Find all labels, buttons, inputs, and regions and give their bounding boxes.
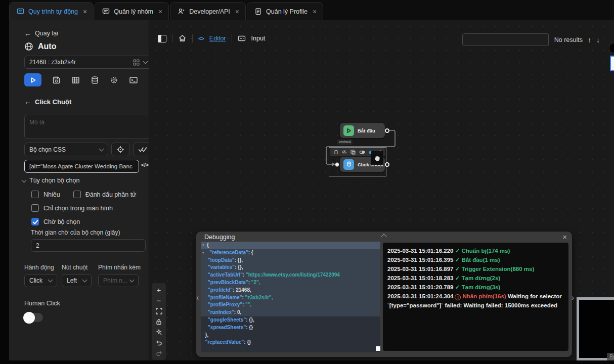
gear-icon[interactable]: [110, 76, 118, 84]
chevron-down-icon: [48, 278, 53, 283]
run-button[interactable]: [24, 73, 41, 86]
checkbox-item[interactable]: Chờ bộ chọn: [31, 218, 80, 225]
back-button[interactable]: ← Quay lại: [24, 29, 58, 37]
log-line: 2025-03-31 15:01:20.789 ✓ Tạm dừng(3s): [387, 283, 564, 292]
close-icon[interactable]: ×: [562, 233, 567, 241]
collapse-caret-icon[interactable]: ▾: [202, 249, 207, 257]
home-icon[interactable]: [178, 34, 187, 42]
pick-element-button[interactable]: [111, 143, 129, 156]
mouse-button-select[interactable]: Left: [62, 274, 92, 287]
json-line[interactable]: ▾ "referenceData": {: [201, 249, 380, 257]
debug-json-viewer[interactable]: ▾ { ▾ "referenceData": { "loopDa: [201, 242, 380, 352]
window-edge: [0, 0, 9, 364]
checkbox[interactable]: [31, 204, 39, 212]
checkbox-item[interactable]: Chỉ chọn trong màn hình: [31, 204, 113, 212]
zoom-in-icon[interactable]: +: [153, 285, 164, 294]
description-textarea[interactable]: [24, 115, 152, 139]
collapse-left-icon[interactable]: ‹: [196, 293, 199, 302]
profile-select[interactable]: 21468 : z3xb2s4r: [24, 56, 152, 69]
checkbox-item[interactable]: Nhiều: [31, 191, 60, 198]
json-line[interactable]: "loopData": {},: [201, 257, 380, 264]
tab-quan-ly-nhom[interactable]: Quản lý nhóm ×: [95, 2, 169, 20]
log-timestamp: 2025-03-31 15:01:18.283: [387, 275, 453, 281]
terminal-icon[interactable]: [129, 76, 138, 84]
block-back-button[interactable]: ← Click Chuột: [24, 98, 71, 106]
tab-close-icon[interactable]: ×: [82, 8, 88, 15]
click-node-output-port[interactable]: [385, 162, 389, 167]
search-box: [462, 33, 549, 46]
database-icon[interactable]: [91, 76, 99, 84]
multi-select-icon[interactable]: [153, 328, 164, 337]
log-timestamp: 2025-03-31 15:01:16.395: [387, 257, 453, 263]
checkbox-item[interactable]: Đánh dấu phần tử: [73, 191, 137, 198]
chevron-down-icon: [129, 278, 135, 283]
json-line[interactable]: "variables": {},: [201, 264, 380, 271]
json-line[interactable]: ▾ {: [201, 242, 380, 249]
enable-toggle-icon[interactable]: [359, 150, 365, 154]
fit-view-icon[interactable]: [153, 306, 164, 315]
selector-options-toggle[interactable]: Tùy chọn bộ chọn: [22, 177, 79, 184]
lock-icon[interactable]: [153, 317, 164, 326]
json-line[interactable]: "googleSheets": {},: [201, 316, 380, 324]
json-line[interactable]: "profileName": "z3xb2s4r",: [201, 294, 380, 302]
checkbox[interactable]: [31, 218, 39, 225]
zoom-out-icon[interactable]: −: [153, 296, 164, 305]
collapse-caret-icon[interactable]: ▾: [202, 242, 207, 249]
chevron-up-icon[interactable]: [381, 234, 386, 239]
tab-close-icon[interactable]: ×: [234, 8, 240, 15]
json-line[interactable]: "profileId": 21468,: [201, 287, 380, 294]
json-key: "spreadSheets": [202, 324, 246, 332]
minimap[interactable]: React Flow: [577, 297, 614, 360]
tab-close-icon[interactable]: ×: [157, 8, 163, 15]
log-timestamp: 2025-03-31 15:01:16.897: [387, 266, 453, 272]
tab-close-icon[interactable]: ×: [312, 8, 318, 15]
action-select[interactable]: Click: [24, 274, 57, 287]
settings-icon[interactable]: [342, 150, 347, 155]
editor-link[interactable]: Editor: [209, 35, 226, 42]
click-node-input-port[interactable]: [335, 162, 339, 167]
undo-icon[interactable]: [153, 338, 164, 347]
checkbox-label: Chờ bộ chọn: [43, 218, 80, 225]
duplicate-icon[interactable]: [350, 150, 356, 155]
selector-value-input[interactable]: [24, 160, 139, 173]
search-input[interactable]: [463, 34, 548, 46]
flow-canvas[interactable]: <> Editor Input No results ↑ ↓: [149, 20, 614, 360]
tab-quan-ly-profile[interactable]: Quản lý Profile ×: [247, 2, 323, 20]
json-line[interactable]: "spreadSheets": {}: [201, 324, 380, 332]
floating-panel-handle[interactable]: [610, 56, 614, 71]
log-timestamp: 2025-03-31 15:01:24.304: [387, 293, 453, 299]
prev-result-icon[interactable]: ↑: [588, 36, 591, 44]
json-key: "loopData": [202, 257, 234, 264]
save-icon[interactable]: [52, 76, 61, 84]
pane-resize-handle[interactable]: [376, 346, 380, 351]
json-line[interactable]: "profileProxy": "",: [201, 301, 380, 309]
human-click-toggle[interactable]: [24, 313, 43, 322]
code-view-button[interactable]: </>: [141, 162, 148, 168]
window-edge: [0, 360, 614, 364]
debug-log[interactable]: 2025-03-31 15:01:16.220 ✓ Chuẩn bị(174 m…: [383, 243, 568, 351]
modifier-key-select[interactable]: Phím n...: [98, 274, 139, 287]
table-icon[interactable]: [71, 76, 80, 84]
start-node-output-port[interactable]: [385, 128, 389, 133]
tab-developer-api[interactable]: Developer/API ×: [170, 2, 246, 20]
json-line[interactable]: "activeTabUrl": "https://www.etsy.com/li…: [201, 271, 380, 279]
checkbox[interactable]: [73, 191, 81, 198]
checkbox[interactable]: [31, 191, 39, 198]
node-start[interactable]: Bắt đầu: [340, 123, 385, 138]
json-line[interactable]: "replacedValue": {}: [201, 339, 380, 346]
json-line[interactable]: "prevBlockData": "2",: [201, 279, 380, 287]
toggle-sidebar-icon[interactable]: [158, 35, 166, 42]
json-line[interactable]: },: [201, 332, 380, 339]
timeout-input[interactable]: [31, 239, 146, 252]
tab-label: Quy trình tự động: [28, 8, 78, 15]
selector-type-select[interactable]: Bộ chọn CSS: [24, 143, 108, 156]
json-line[interactable]: "runIndex": 0,: [201, 309, 380, 316]
input-icon: [238, 35, 246, 42]
expand-right-icon[interactable]: ›: [572, 293, 574, 302]
tab-quy-trinh-tu-dong[interactable]: Quy trình tự động ×: [9, 2, 94, 20]
redo-icon[interactable]: [153, 349, 164, 358]
input-tab-label[interactable]: Input: [251, 35, 266, 42]
delete-icon[interactable]: [334, 150, 338, 155]
search-icon[interactable]: [548, 34, 549, 46]
next-result-icon[interactable]: ↓: [596, 36, 600, 44]
